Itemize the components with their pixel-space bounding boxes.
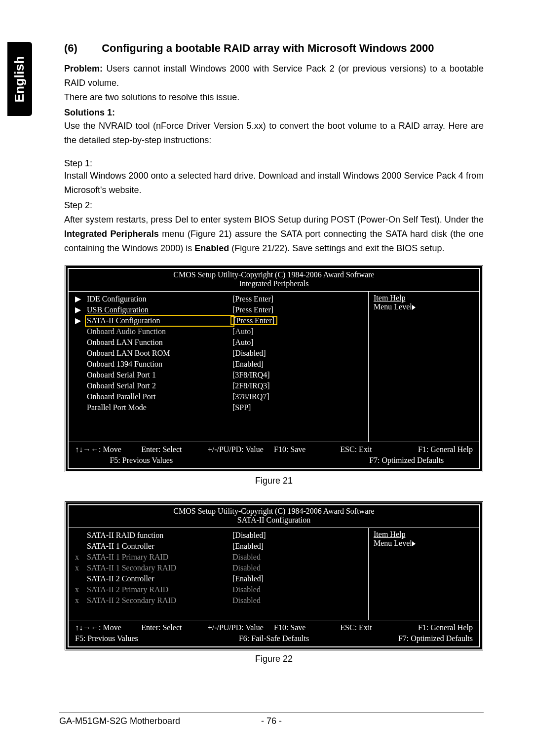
resolve-paragraph: There are two solutions to resolve this … [64,90,484,105]
bios-row: xSATA-II 1 Secondary RAIDDisabled [75,563,364,573]
bios1-subtitle: Integrated Peripherals [68,279,480,288]
figure22-caption: Figure 22 [64,654,484,664]
bios2-key-opt: F7: Optimized Defaults [340,633,473,644]
bios-row-label: USB Configuration [87,304,232,315]
row-marker: x [75,552,87,563]
bios-row-label: Parallel Port Mode [87,402,232,413]
bios1-help-title: Item Help [374,294,475,302]
solutions1-text: Use the NVRAID tool (nForce Driver Versi… [64,119,484,148]
bios-row-value: Disabled [232,595,364,606]
bios2-titlebar: CMOS Setup Utility-Copyright (C) 1984-20… [68,505,480,528]
bios-row-label: Onboard 1394 Function [87,359,232,370]
language-tab: English [7,42,32,116]
row-marker [75,573,87,584]
footer-page-number: - 76 - [252,716,291,726]
row-marker [75,541,87,552]
step2-text-a: After system restarts, press Del to ente… [64,215,484,225]
row-marker [75,380,87,391]
bios2-key-enter: Enter: Select [141,622,207,633]
bios-row-label: SATA-II 2 Secondary RAID [87,595,232,606]
row-marker [75,530,87,541]
bios-row: Onboard LAN Function[Auto] [75,337,364,348]
row-marker [75,391,87,402]
step2-bold2: Enabled [194,243,229,253]
bios1-key-value: +/-/PU/PD: Value [208,444,274,455]
bios-row-value: [Enabled] [232,573,364,584]
triangle-right-icon: ▶ [75,315,87,326]
bios-row-label: Onboard LAN Function [87,337,232,348]
bios-row-label: Onboard Parallel Port [87,391,232,402]
bios-row: SATA-II RAID function[Disabled] [75,530,364,541]
step2-text-c: (Figure 21/22). Save settings and exit t… [229,243,444,253]
bios-row-value: [3F8/IRQ4] [232,370,364,380]
step2-label: Step 2: [64,198,484,213]
triangle-right-icon: ▶ [75,294,87,304]
bios-row: xSATA-II 1 Primary RAIDDisabled [75,552,364,563]
bios2-menu-level: Menu Level [374,539,475,548]
bios-row: ▶IDE Configuration[Press Enter] [75,294,364,304]
triangle-right-icon [412,541,416,546]
row-marker [75,402,87,413]
bios-row-value: [Enabled] [232,359,364,370]
bios2-help-panel: Item Help Menu Level [369,528,480,620]
bios2-key-help: F1: General Help [407,622,473,633]
bios-row: xSATA-II 2 Primary RAIDDisabled [75,584,364,595]
bios1-key-help: F1: General Help [407,444,473,455]
bios2-key-prev: F5: Previous Values [75,633,208,644]
bios-row-label: Onboard LAN Boot ROM [87,348,232,359]
bios-row-value: [Disabled] [232,530,364,541]
section-title-text: Configuring a bootable RAID array with M… [102,42,434,54]
bios2-menu-panel: SATA-II RAID function[Disabled]SATA-II 1… [68,528,369,620]
bios-row-label: SATA-II 2 Controller [87,573,232,584]
bios-row-value: [SPP] [232,402,364,413]
bios-row-value: [Auto] [232,326,364,337]
bios2-key-exit: ESC: Exit [340,622,406,633]
row-marker: x [75,563,87,573]
bios1-key-prev: F5: Previous Values [75,455,208,466]
step2-text: After system restarts, press Del to ente… [64,213,484,256]
bios-row: xSATA-II 2 Secondary RAIDDisabled [75,595,364,606]
bios-row-value: [Enabled] [232,541,364,552]
bios-row-label: Onboard Serial Port 2 [87,380,232,391]
bios1-key-exit: ESC: Exit [340,444,406,455]
figure21-caption: Figure 21 [64,476,484,486]
bios-row: SATA-II 2 Controller[Enabled] [75,573,364,584]
row-marker: x [75,584,87,595]
bios-row: SATA-II 1 Controller[Enabled] [75,541,364,552]
bios1-footer: ↑↓→←: Move Enter: Select +/-/PU/PD: Valu… [68,442,480,469]
bios1-key-move: ↑↓→←: Move [75,444,141,455]
solutions1-heading: Solutions 1: [64,108,484,118]
bios-row-value: [Press Enter] [232,294,364,304]
bios2-key-move: ↑↓→←: Move [75,622,141,633]
bios2-footer: ↑↓→←: Move Enter: Select +/-/PU/PD: Valu… [68,620,480,647]
bios1-key-opt: F7: Optimized Defaults [340,455,473,466]
section-heading: (6) Configuring a bootable RAID array wi… [64,42,484,55]
step1-text: Install Windows 2000 onto a selected har… [64,169,484,197]
bios-row: ▶SATA-II Configuration[Press Enter] [75,315,364,326]
bios-screenshot-2: CMOS Setup Utility-Copyright (C) 1984-20… [64,501,484,651]
bios-row-value: [378/IRQ7] [232,391,364,402]
bios-row-value: [Disabled] [232,348,364,359]
bios-row-value: [Press Enter] [232,304,364,315]
bios-row-label: Onboard Serial Port 1 [87,370,232,380]
bios-row: Onboard Serial Port 1[3F8/IRQ4] [75,370,364,380]
triangle-right-icon: ▶ [75,304,87,315]
row-marker [75,370,87,380]
page-content: (6) Configuring a bootable RAID array wi… [64,42,484,664]
bios-row: Parallel Port Mode[SPP] [75,402,364,413]
bios-row-value: Disabled [232,563,364,573]
bios-row-label: SATA-II 1 Primary RAID [87,552,232,563]
bios1-titlebar: CMOS Setup Utility-Copyright (C) 1984-20… [68,268,480,292]
language-label: English [12,56,28,102]
bios-screenshot-1: CMOS Setup Utility-Copyright (C) 1984-20… [64,265,484,473]
step1-label: Step 1: [64,158,484,169]
triangle-right-icon [412,305,416,310]
row-marker [75,359,87,370]
bios2-key-save: F10: Save [274,622,340,633]
bios1-menu-level: Menu Level [374,302,475,311]
bios-row-value: [2F8/IRQ3] [232,380,364,391]
bios-row-value: Disabled [232,584,364,595]
bios-row: Onboard Audio Function[Auto] [75,326,364,337]
problem-label: Problem: [64,64,103,74]
bios-row-value: [Auto] [232,337,364,348]
